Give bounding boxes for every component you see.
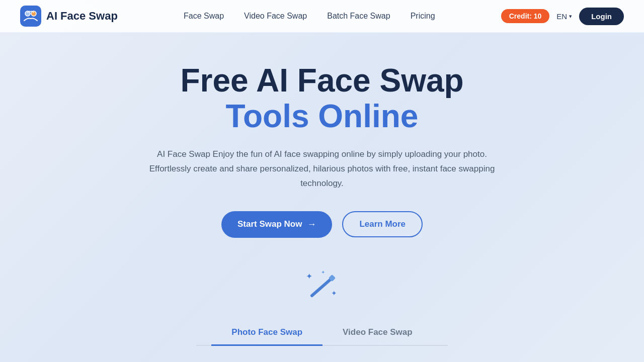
arrow-icon: → bbox=[307, 219, 316, 230]
magic-wand-area: ✦ ✦ ✦ bbox=[302, 268, 342, 305]
svg-point-2 bbox=[31, 11, 36, 16]
nav: Face Swap Video Face Swap Batch Face Swa… bbox=[184, 12, 435, 21]
header: AI Face Swap Face Swap Video Face Swap B… bbox=[0, 0, 644, 33]
svg-text:✦: ✦ bbox=[331, 289, 337, 297]
nav-pricing[interactable]: Pricing bbox=[411, 12, 435, 21]
hero-title-line1: Free AI Face Swap bbox=[180, 63, 463, 98]
tabs-container: Photo Face Swap Video Face Swap bbox=[196, 320, 448, 346]
hero-title: Free AI Face Swap Tools Online bbox=[180, 63, 463, 135]
start-swap-label: Start Swap Now bbox=[237, 219, 302, 229]
main-content: Free AI Face Swap Tools Online AI Face S… bbox=[0, 33, 644, 362]
svg-line-3 bbox=[312, 278, 332, 296]
credit-badge[interactable]: Credit: 10 bbox=[501, 9, 550, 23]
svg-rect-0 bbox=[20, 6, 41, 27]
login-button[interactable]: Login bbox=[579, 8, 624, 25]
chevron-down-icon: ▾ bbox=[569, 13, 572, 20]
header-right: Credit: 10 EN ▾ Login bbox=[501, 8, 624, 25]
svg-text:✦: ✦ bbox=[306, 272, 312, 281]
tab-photo-face-swap[interactable]: Photo Face Swap bbox=[211, 320, 323, 346]
logo[interactable]: AI Face Swap bbox=[20, 6, 118, 27]
lang-label: EN bbox=[556, 12, 567, 21]
hero-description: AI Face Swap Enjoy the fun of AI face sw… bbox=[136, 147, 508, 191]
tab-video-face-swap[interactable]: Video Face Swap bbox=[323, 320, 433, 346]
hero-title-line2: Tools Online bbox=[180, 98, 463, 135]
svg-text:✦: ✦ bbox=[321, 269, 325, 275]
magic-wand-icon: ✦ ✦ ✦ bbox=[302, 268, 342, 303]
svg-point-1 bbox=[25, 11, 30, 16]
start-swap-button[interactable]: Start Swap Now → bbox=[221, 211, 332, 238]
learn-more-button[interactable]: Learn More bbox=[342, 211, 423, 237]
logo-text: AI Face Swap bbox=[46, 10, 118, 23]
cta-buttons: Start Swap Now → Learn More bbox=[221, 211, 423, 238]
lang-selector[interactable]: EN ▾ bbox=[556, 12, 572, 21]
logo-icon bbox=[20, 6, 41, 27]
nav-video-face-swap[interactable]: Video Face Swap bbox=[244, 12, 307, 21]
nav-batch-face-swap[interactable]: Batch Face Swap bbox=[327, 12, 390, 21]
nav-face-swap[interactable]: Face Swap bbox=[184, 12, 224, 21]
